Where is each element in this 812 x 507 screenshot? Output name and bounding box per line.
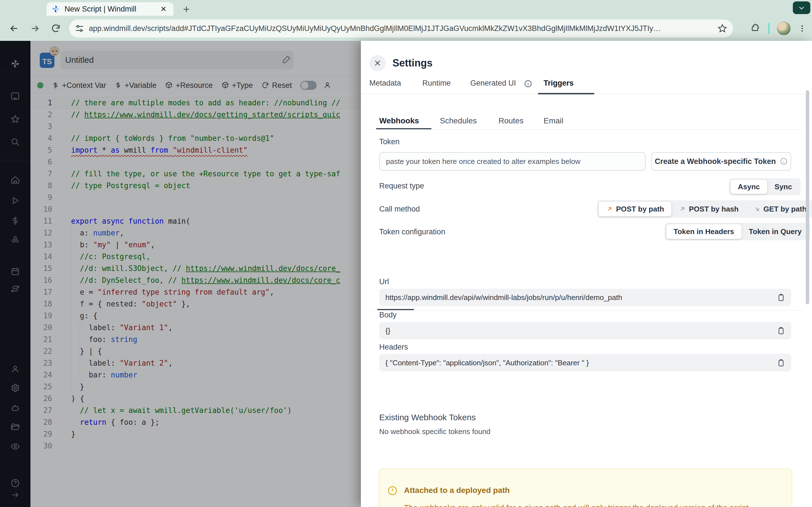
reload-button[interactable] xyxy=(49,22,63,35)
create-webhook-token-button[interactable]: Create a Webhook-specific Token xyxy=(651,152,791,171)
existing-tokens-title: Existing Webhook Tokens xyxy=(379,413,476,422)
close-drawer-button[interactable] xyxy=(369,55,386,71)
option-post-by-path[interactable]: POST by path xyxy=(599,202,671,216)
existing-tokens-empty: No webhook specific tokens found xyxy=(379,427,491,436)
tab-webhooks[interactable]: Webhooks xyxy=(379,116,419,125)
url-text: app.windmill.dev/scripts/add#JTdCJTIyaGF… xyxy=(89,24,717,33)
drawer-title: Settings xyxy=(393,57,433,69)
address-bar[interactable]: app.windmill.dev/scripts/add#JTdCJTIyaGF… xyxy=(69,19,733,38)
tab-triggers[interactable]: Triggers xyxy=(544,79,574,88)
active-tab-underline xyxy=(538,93,594,94)
tab-runtime[interactable]: Runtime xyxy=(422,79,451,88)
headers-label: Headers xyxy=(379,343,408,351)
call-method-label: Call method xyxy=(379,205,420,214)
request-type-segmented: Async Sync xyxy=(729,178,801,195)
copy-clipboard-icon[interactable] xyxy=(776,293,785,302)
headers-field[interactable]: { "Content-Type": "application/json", "A… xyxy=(379,354,791,372)
body-value: {} xyxy=(386,327,776,335)
bookmark-star-icon[interactable] xyxy=(717,23,727,34)
warning-body: The webhooks are only valid for a given … xyxy=(404,503,779,507)
new-tab-button[interactable] xyxy=(181,3,192,15)
token-config-segmented: Token in Headers Token in Query xyxy=(665,223,810,240)
tab-search-button[interactable] xyxy=(793,1,810,14)
tab-generated-ui[interactable]: Generated UI xyxy=(470,79,516,88)
drawer-scrollbar[interactable] xyxy=(806,90,809,304)
windmill-app: TS Untitled +Context Var +Variable +Reso… xyxy=(0,41,812,507)
call-method-segmented: POST by path POST by hash GET by path xyxy=(597,200,812,218)
warning-title: Attached to a deployed path xyxy=(404,486,510,495)
browser-tab[interactable]: New Script | Windmill ✕ xyxy=(47,2,173,16)
url-label: Url xyxy=(379,277,389,286)
token-label: Token xyxy=(379,137,400,146)
deployed-path-warning: Attached to a deployed path The webhooks… xyxy=(378,468,792,507)
url-value: https://app.windmill.dev/api/w/windmill-… xyxy=(386,293,776,302)
profile-separator xyxy=(768,23,770,34)
info-icon xyxy=(780,158,788,165)
drawer-backdrop[interactable] xyxy=(0,41,361,507)
browser-toolbar: app.windmill.dev/scripts/add#JTdCJTIyaGF… xyxy=(0,16,812,41)
windmill-favicon-icon xyxy=(52,5,60,13)
option-sync[interactable]: Sync xyxy=(767,180,799,194)
body-field[interactable]: {} xyxy=(379,322,791,339)
tab-metadata[interactable]: Metadata xyxy=(369,79,401,88)
body-label: Body xyxy=(379,311,397,320)
tab-schedules[interactable]: Schedules xyxy=(440,116,477,125)
copy-clipboard-icon[interactable] xyxy=(776,358,785,367)
arrow-down-right-icon xyxy=(753,205,761,213)
back-button[interactable] xyxy=(7,22,21,35)
settings-drawer: Settings Metadata Runtime Generated UI T… xyxy=(361,41,812,507)
option-post-by-hash[interactable]: POST by hash xyxy=(671,202,746,216)
arrow-up-right-icon xyxy=(679,205,686,213)
tab-title: New Script | Windmill xyxy=(64,5,154,13)
option-token-in-headers[interactable]: Token in Headers xyxy=(666,224,742,239)
option-token-in-query[interactable]: Token in Query xyxy=(742,224,809,239)
token-config-label: Token configuration xyxy=(379,228,445,236)
option-async[interactable]: Async xyxy=(730,180,767,194)
chrome-menu-icon[interactable] xyxy=(798,24,806,33)
url-field[interactable]: https://app.windmill.dev/api/w/windmill-… xyxy=(379,289,791,306)
token-input[interactable] xyxy=(379,152,646,171)
arrow-up-right-icon xyxy=(606,205,613,213)
copy-clipboard-icon[interactable] xyxy=(776,327,785,335)
extensions-icon[interactable] xyxy=(751,23,761,34)
browser-tabstrip: New Script | Windmill ✕ xyxy=(0,0,812,16)
alert-circle-icon xyxy=(387,485,398,496)
tab-email[interactable]: Email xyxy=(544,116,563,125)
settings-tabs: Metadata Runtime Generated UI Triggers xyxy=(361,79,812,94)
info-icon xyxy=(524,79,532,88)
tab-close-icon[interactable]: ✕ xyxy=(159,4,168,14)
option-get-by-path[interactable]: GET by path xyxy=(746,202,812,216)
tab-routes[interactable]: Routes xyxy=(499,116,523,125)
profile-avatar[interactable] xyxy=(777,22,791,35)
divider xyxy=(369,310,802,311)
site-settings-icon[interactable] xyxy=(75,24,84,33)
forward-button[interactable] xyxy=(28,22,42,35)
headers-value: { "Content-Type": "application/json", "A… xyxy=(386,358,776,367)
request-type-label: Request type xyxy=(379,182,424,190)
